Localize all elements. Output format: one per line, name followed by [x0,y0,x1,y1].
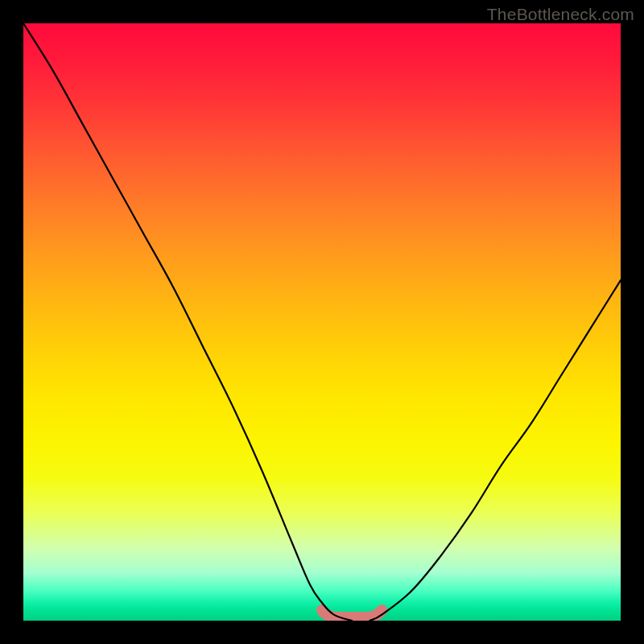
bottleneck-curve-left [23,23,352,621]
watermark-text: TheBottleneck.com [487,5,634,24]
tolerance-band [322,610,382,617]
plot-area [23,23,621,621]
curve-layer [23,23,621,621]
bottleneck-curve-right [369,280,621,621]
chart-container: TheBottleneck.com [0,0,644,644]
